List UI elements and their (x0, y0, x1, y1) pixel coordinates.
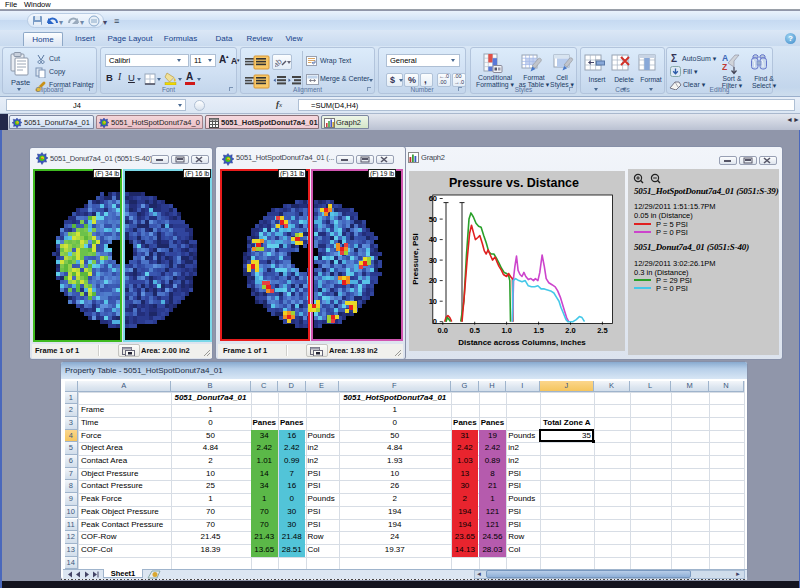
svg-text:Pressure, PSI: Pressure, PSI (411, 233, 420, 285)
svg-text:Distance across Columns, inche: Distance across Columns, inches (458, 338, 586, 347)
svg-text:▾: ▾ (59, 18, 63, 27)
svg-text:ab: ab (275, 57, 284, 67)
svg-text:1.0: 1.0 (501, 326, 511, 335)
svg-text:1.5: 1.5 (533, 326, 543, 335)
svg-text:20: 20 (429, 276, 437, 285)
svg-text:0.0: 0.0 (438, 326, 448, 335)
svg-text:Z: Z (722, 62, 727, 72)
svg-text:2.5: 2.5 (597, 326, 607, 335)
svg-text:60: 60 (429, 194, 437, 203)
svg-text:0: 0 (433, 317, 437, 326)
svg-text:30: 30 (429, 256, 437, 265)
svg-text:≡: ≡ (114, 16, 119, 26)
svg-text:50: 50 (429, 215, 437, 224)
svg-text:▾: ▾ (103, 18, 107, 27)
svg-text:0.5: 0.5 (469, 326, 479, 335)
svg-text:Pressure vs. Distance: Pressure vs. Distance (449, 176, 579, 190)
svg-text:2.0: 2.0 (565, 326, 575, 335)
svg-text:10: 10 (429, 297, 437, 306)
svg-text:40: 40 (429, 235, 437, 244)
svg-text:▾: ▾ (80, 18, 84, 27)
